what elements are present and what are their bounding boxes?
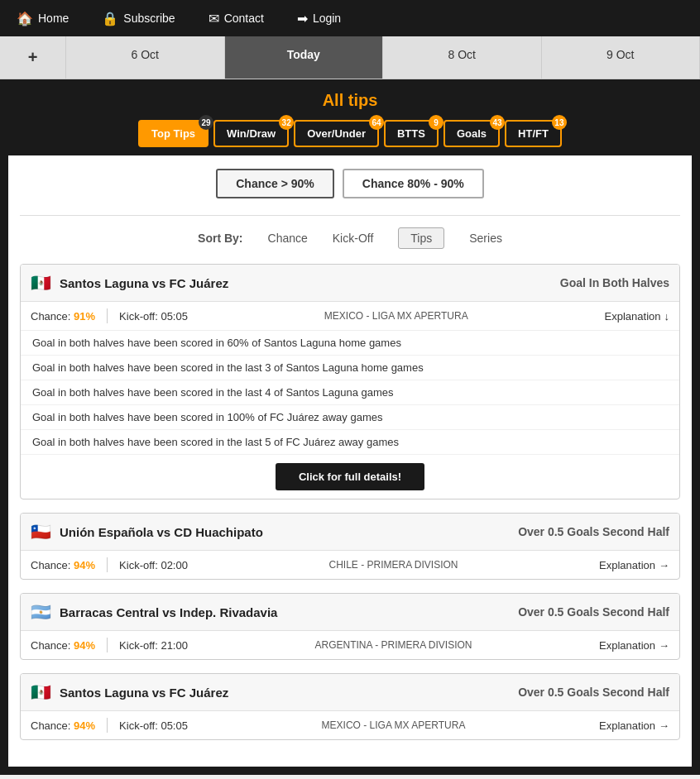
explanation-arrow-2: → [659,559,669,571]
match-card-3: 🇦🇷 Barracas Central vs Indep. Rivadavia … [20,593,680,660]
login-icon: ➡ [297,11,308,26]
chance-pct-2: 94% [74,559,95,571]
nav-contact[interactable]: ✉ Contact [209,11,264,26]
match-header-3: 🇦🇷 Barracas Central vs Indep. Rivadavia … [21,594,679,630]
chance-label-2: Chance: [31,559,70,571]
explanation-link-1[interactable]: Explanation ↓ [605,310,669,323]
chance-label-4: Chance: [31,719,70,732]
sort-by-label: Sort By: [198,232,242,245]
chance-label-1: Chance: [31,310,70,323]
filter-win-draw[interactable]: Win/Draw 32 [213,120,289,147]
league-2: CHILE - PRIMERA DIVISION [188,559,599,571]
match-card-2: 🇨🇱 Unión Española vs CD Huachipato Over … [20,513,680,580]
tab-8oct[interactable]: 8 Oct [383,36,542,79]
content-panel: Chance > 90% Chance 80% - 90% Sort By: C… [8,155,692,767]
explanation-link-3[interactable]: Explanation → [599,639,669,652]
fact-row-1-1: Goal in both halves have been scored in … [21,356,679,380]
league-1: MEXICO - LIGA MX APERTURA [188,310,605,322]
lock-icon: 🔒 [102,11,118,26]
match-info-2: Chance: 94% Kick-off: 02:00 CHILE - PRIM… [21,550,679,579]
tab-6oct[interactable]: 6 Oct [66,36,225,79]
nav-subscribe[interactable]: 🔒 Subscribe [102,11,175,26]
match-teams-1: Santos Laguna vs FC Juárez [60,276,552,290]
match-card-1: 🇲🇽 Santos Laguna vs FC Juárez Goal In Bo… [20,264,680,499]
flag-chile-2: 🇨🇱 [31,522,51,542]
sort-series[interactable]: Series [469,232,502,245]
match-header-4: 🇲🇽 Santos Laguna vs FC Juárez Over 0.5 G… [21,674,679,710]
tab-add[interactable]: + [0,36,66,79]
match-header-1: 🇲🇽 Santos Laguna vs FC Juárez Goal In Bo… [21,265,679,301]
tabs-row: + 6 Oct Today 8 Oct 9 Oct [0,36,700,79]
explanation-arrow-3: → [659,639,669,652]
sort-chance[interactable]: Chance [268,232,308,245]
filter-htft[interactable]: HT/FT 13 [505,120,562,147]
divider-v-2 [107,557,108,572]
sort-kickoff[interactable]: Kick-Off [333,232,374,245]
filter-goals[interactable]: Goals 43 [443,120,500,147]
flag-mexico-4: 🇲🇽 [31,682,51,702]
match-teams-3: Barracas Central vs Indep. Rivadavia [60,605,510,619]
explanation-link-2[interactable]: Explanation → [599,559,669,571]
chance-80-90[interactable]: Chance 80% - 90% [343,169,484,198]
chance-label-3: Chance: [31,639,70,652]
chance-pct-3: 94% [74,639,95,652]
flag-mexico-1: 🇲🇽 [31,273,51,293]
fact-row-1-2: Goal in both halves have been scored in … [21,380,679,405]
tip-type-4: Over 0.5 Goals Second Half [518,686,669,699]
match-info-3: Chance: 94% Kick-off: 21:00 ARGENTINA - … [21,630,679,659]
chance-pct-1: 91% [74,310,95,323]
divider-1 [20,215,680,216]
sort-row: Sort By: Chance Kick-Off Tips Series [20,227,680,249]
match-info-1: Chance: 91% Kick-off: 05:05 MEXICO - LIG… [21,301,679,330]
kickoff-4: Kick-off: 05:05 [119,719,188,732]
kickoff-3: Kick-off: 21:00 [119,639,188,652]
fact-row-1-3: Goal in both halves have been scored in … [21,405,679,430]
match-info-4: Chance: 94% Kick-off: 05:05 MEXICO - LIG… [21,710,679,739]
fact-row-1-0: Goal in both halves have been scored in … [21,331,679,356]
divider-v-1 [107,308,108,323]
divider-v-4 [107,718,108,733]
kickoff-1: Kick-off: 05:05 [119,310,188,323]
league-4: MEXICO - LIGA MX APERTURA [188,719,599,731]
nav-login[interactable]: ➡ Login [297,11,341,26]
tip-type-3: Over 0.5 Goals Second Half [518,605,669,619]
sort-tips[interactable]: Tips [398,227,444,249]
match-teams-2: Unión Española vs CD Huachipato [60,525,510,539]
tab-today[interactable]: Today [225,36,384,79]
home-icon: 🏠 [17,11,33,26]
mail-icon: ✉ [209,11,219,26]
match-header-2: 🇨🇱 Unión Española vs CD Huachipato Over … [21,514,679,550]
explanation-arrow-4: → [659,719,669,732]
tab-9oct[interactable]: 9 Oct [542,36,701,79]
filter-btts[interactable]: BTTS 9 [384,120,439,147]
tip-type-1: Goal In Both Halves [560,276,669,289]
explanation-arrow-1: ↓ [664,310,670,323]
top-nav: 🏠 Home 🔒 Subscribe ✉ Contact ➡ Login [0,0,700,36]
chance-pct-4: 94% [74,719,95,732]
filter-row: Top Tips 29 Win/Draw 32 Over/Under 64 BT… [8,120,692,147]
chance-row: Chance > 90% Chance 80% - 90% [20,169,680,198]
flag-argentina-3: 🇦🇷 [31,602,51,622]
kickoff-2: Kick-off: 02:00 [119,559,188,571]
nav-home[interactable]: 🏠 Home [17,11,69,26]
tip-type-2: Over 0.5 Goals Second Half [518,525,669,538]
chance-over-90[interactable]: Chance > 90% [216,169,334,198]
fact-row-1-4: Goal in both halves have been scored in … [21,430,679,455]
all-tips-title: All tips [8,91,692,110]
filter-top-tips[interactable]: Top Tips 29 [138,120,209,147]
filter-over-under[interactable]: Over/Under 64 [294,120,379,147]
match-facts-1: Goal in both halves have been scored in … [21,330,679,490]
match-card-4: 🇲🇽 Santos Laguna vs FC Juárez Over 0.5 G… [20,673,680,740]
match-teams-4: Santos Laguna vs FC Juárez [60,686,510,700]
league-3: ARGENTINA - PRIMERA DIVISION [188,639,599,651]
explanation-link-4[interactable]: Explanation → [599,719,669,732]
full-details-btn-1[interactable]: Click for full details! [276,463,424,490]
divider-v-3 [107,638,108,652]
main-area: All tips Top Tips 29 Win/Draw 32 Over/Un… [0,79,700,775]
